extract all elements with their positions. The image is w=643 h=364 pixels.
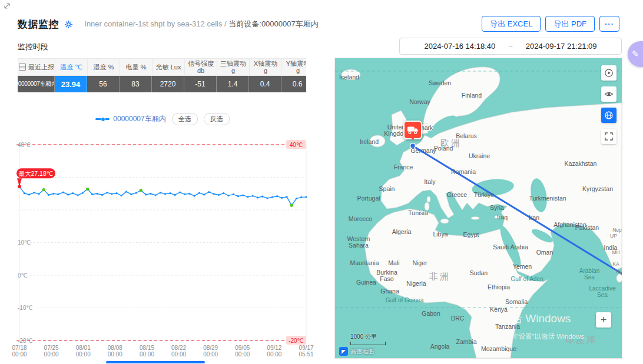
legend-line-icon [95,118,110,120]
metric-value-cell[interactable]: -51 [184,76,217,92]
x-axis-tick-date: 08/08 [108,345,122,351]
table-header-cell[interactable]: 湿度 % [88,58,120,76]
table-header-row: 最近上报温度 ℃湿度 %电量 %光敏 Lux信号强度 db三轴震动 gX轴震动 … [18,58,306,76]
x-axis-tick-time: 00:00 [12,351,26,358]
temperature-line-chart[interactable]: 40℃-20℃40℃10℃0℃-10℃-20℃07/1800:0007/2500… [16,138,311,361]
data-monitor-page: 数据监控 inner container-1st shpt by sea-312… [0,0,643,364]
x-axis-tick-time: 00:00 [235,351,250,358]
y-axis-tick: 40℃ [18,142,31,148]
x-axis-tick-time: 00:00 [203,351,218,358]
table-header-cell[interactable]: 最近上报 [18,58,55,76]
invert-selection-button[interactable]: 反选 [204,113,230,125]
play-track-button[interactable] [601,65,617,81]
table-header-cell[interactable]: 温度 ℃ [55,58,88,76]
globe-icon [604,111,614,120]
temperature-value-cell[interactable]: 23.94 [55,76,87,92]
period-label: 监控时段 [18,42,48,52]
map-panel[interactable]: IcelandNorwaySwedenFinlandUnited Kingdom… [334,58,622,359]
device-name-cell: 00000007车厢内 [18,76,55,92]
truck-icon [407,126,419,134]
floating-assistant-button[interactable]: ✎ [628,41,643,67]
header-actions: 导出 EXCEL 导出 PDF ··· [482,16,619,32]
metric-value-cell[interactable]: 0.4 [249,76,281,92]
expand-icon[interactable] [4,2,11,9]
vehicle-marker[interactable] [403,121,422,139]
date-range-tilde: ~ [508,42,513,51]
route-start-dot [410,143,416,149]
breadcrumb-shipment: inner container-1st shpt by sea-312 cell… [85,19,222,28]
y-axis-tick: 10℃ [18,239,31,246]
x-axis-tick-date: 07/18 [12,345,26,351]
breadcrumb-separator: / [224,19,227,28]
x-axis-tick-date: 08/22 [171,345,186,351]
table-header-cell[interactable]: X轴震动 g [250,58,282,76]
x-axis-tick-date: 08/29 [203,345,218,351]
x-axis-tick-time: 00:00 [140,351,154,358]
visibility-button[interactable] [601,86,617,102]
breadcrumb: inner container-1st shpt by sea-312 cell… [85,19,319,29]
amap-icon: ◤ [339,347,348,356]
page-title: 数据监控 [18,18,59,31]
metric-value-cell[interactable]: 0.6 [281,76,306,92]
x-axis-tick-date: 08/01 [76,345,91,351]
zoom-in-button[interactable]: + [596,312,611,328]
table-header-cell[interactable]: 光敏 Lux [153,58,185,76]
y-axis-tick: -20℃ [18,338,33,344]
y-axis-tick: 0℃ [18,272,28,279]
x-axis-tick-date: 09/12 [267,345,281,351]
map-scale: 1000 公里 [350,333,386,345]
metric-value-cell[interactable]: 56 [87,76,120,92]
metric-value-cell[interactable]: 83 [120,76,152,92]
x-axis-tick-date: 09/17 [299,345,313,351]
amap-logo-text: 高德地图 [350,348,374,356]
x-axis-tick-time: 00:00 [44,351,59,358]
map-controls [601,65,617,144]
play-circle-icon [604,68,614,78]
breadcrumb-current-device: 当前设备:00000007车厢内 [228,19,318,28]
export-excel-button[interactable]: 导出 EXCEL [482,16,541,32]
metrics-table: 最近上报温度 ℃湿度 %电量 %光敏 Lux信号强度 db三轴震动 gX轴震动 … [18,58,306,92]
temperature-series-line [19,186,306,205]
x-axis-tick-date: 08/15 [140,345,154,351]
eye-icon [604,89,614,99]
date-start[interactable]: 2024-07-16 14:18:40 [424,42,495,51]
legend-series-item[interactable]: 00000007车厢内 [95,114,165,124]
x-axis-tick-time: 00:00 [76,351,91,358]
gear-icon[interactable] [64,20,73,29]
map-canvas [335,58,622,358]
export-pdf-button[interactable]: 导出 PDF [545,16,595,32]
page-header: 数据监控 inner container-1st shpt by sea-312… [18,16,319,32]
svg-text:最大27.18℃: 最大27.18℃ [18,170,53,177]
x-axis-tick-time: 00:00 [108,351,122,358]
x-axis-tick-time: 00:00 [267,351,281,358]
chart-legend: 00000007车厢内 全选 反选 [18,113,307,125]
report-grid-icon [19,64,26,71]
horizontal-scrollbar[interactable] [106,361,205,363]
metric-value-cell[interactable]: 1.4 [217,76,249,92]
x-axis-tick-date: 09/05 [235,345,250,351]
y-axis-tick: -10℃ [18,305,33,311]
svg-text:-20℃: -20℃ [289,338,304,344]
table-header-cell[interactable]: Y轴震动 g [282,58,306,76]
table-row: 00000007车厢内23.9456832720-511.40.40.6 [18,76,306,92]
select-all-button[interactable]: 全选 [172,113,198,125]
metric-value-cell[interactable]: 2720 [152,76,184,92]
fullscreen-button[interactable] [601,129,617,144]
date-end[interactable]: 2024-09-17 21:21:09 [526,42,597,51]
date-range-picker[interactable]: 2024-07-16 14:18:40 ~ 2024-09-17 21:21:0… [399,38,622,55]
table-header-cell[interactable]: 三轴震动 g [217,58,250,76]
map-scale-label: 1000 公里 [350,333,377,340]
x-axis-tick-time: 05:51 [299,351,313,358]
x-axis-tick-date: 07/25 [44,345,59,351]
svg-text:40℃: 40℃ [290,142,303,148]
table-header-cell[interactable]: 电量 % [120,58,153,76]
table-header-cell[interactable]: 信号强度 db [185,58,217,76]
fullscreen-icon [604,132,614,141]
x-axis-tick-time: 00:00 [171,351,186,358]
amap-logo: ◤ 高德地图 [339,347,374,356]
map-layer-globe-button[interactable] [601,108,617,123]
more-actions-button[interactable]: ··· [599,16,619,32]
legend-series-label: 00000007车厢内 [113,114,165,124]
